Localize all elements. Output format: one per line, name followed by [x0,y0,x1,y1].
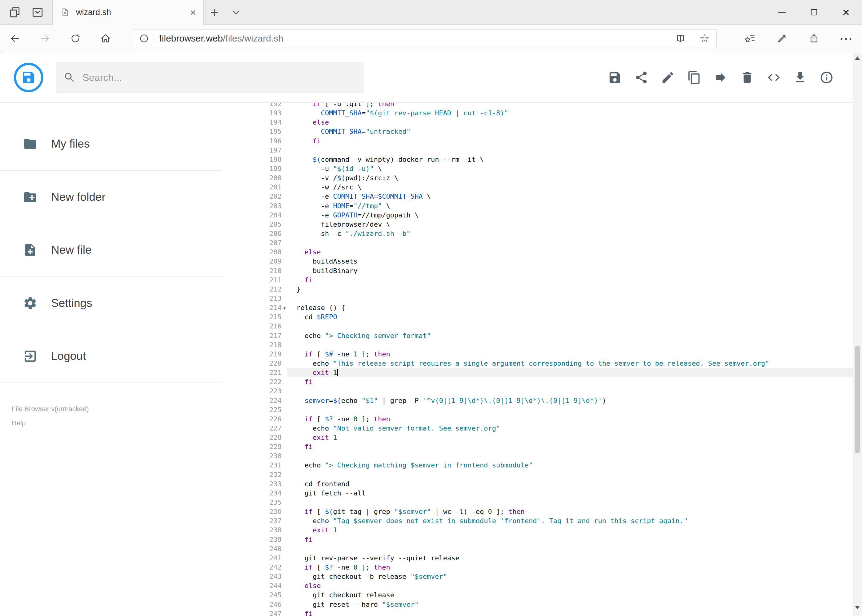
code-line[interactable]: 202 -e COMMIT_SHA=$COMMIT_SHA \ [222,192,853,201]
code-line[interactable]: 199 -u "$(id -u)" \ [222,164,853,173]
code-line[interactable]: 218 [222,341,853,350]
code-line[interactable]: 220 echo "This release script requires a… [222,359,853,368]
code-line[interactable]: 214▾release () { [222,303,853,313]
code-line[interactable]: 213 [222,294,853,303]
search-input[interactable] [82,72,356,83]
code-editor[interactable]: 192 if [ -d .git ]; then193 COMMIT_SHA="… [222,103,853,616]
code-line[interactable]: 229 fi [222,442,853,451]
tab-preview-icon[interactable] [31,6,44,19]
fold-marker-icon[interactable]: ▾ [283,303,286,313]
code-line[interactable]: 226 if [ $? -ne 0 ]; then [222,415,853,424]
code-line[interactable]: 243 git checkout -b release "$semver" [222,572,853,581]
ink-notes-button[interactable] [766,25,798,52]
share-page-button[interactable] [798,25,830,52]
code-line[interactable]: 233 cd frontend [222,479,853,489]
code-line[interactable]: 222 fi [222,377,853,387]
code-line[interactable]: 224 semver=$(echo "$1" | grep -P '^v(0|[… [222,396,853,405]
sidebar-item-settings[interactable]: Settings [0,277,222,330]
maximize-button[interactable] [798,0,830,24]
share-button[interactable] [634,71,648,85]
home-button[interactable] [90,25,121,52]
code-line[interactable]: 240 [222,544,853,553]
code-line[interactable]: 234 git fetch --all [222,489,853,498]
code-button[interactable] [767,71,781,85]
move-button[interactable] [714,71,728,85]
code-line[interactable]: 231 echo "> Checking matching $semver in… [222,461,853,470]
code-line[interactable]: 210 buildBinary [222,266,853,275]
code-line[interactable]: 217 echo "> Checking semver format" [222,331,853,341]
scroll-thumb[interactable] [855,346,860,453]
code-line[interactable]: 192 if [ -d .git ]; then [222,103,853,108]
code-line[interactable]: 197 [222,146,853,155]
sidebar-item-new-file[interactable]: New file [0,223,222,277]
search-box[interactable] [56,62,364,93]
code-line[interactable]: 212} [222,285,853,294]
scroll-down-arrow[interactable] [855,606,860,609]
save-button[interactable] [608,71,622,85]
refresh-button[interactable] [60,25,90,52]
back-button[interactable] [0,25,30,52]
close-window-button[interactable]: × [830,0,862,24]
code-line[interactable]: 201 -w //src \ [222,183,853,192]
code-line[interactable]: 196 fi [222,137,853,146]
hub-favorites-button[interactable] [734,25,766,52]
code-line[interactable]: 241 git rev-parse --verify --quiet relea… [222,553,853,563]
code-line[interactable]: 208 else [222,248,853,257]
code-line[interactable]: 219 if [ $# -ne 1 ]; then [222,350,853,359]
sidebar-item-new-folder[interactable]: New folder [0,171,222,223]
code-line[interactable]: 239 fi [222,535,853,544]
code-line[interactable]: 223 [222,387,853,396]
copy-button[interactable] [687,71,701,85]
tab-list-chevron-icon[interactable] [225,0,247,24]
code-line[interactable]: 209 buildAssets [222,257,853,266]
page-scrollbar[interactable] [853,53,862,616]
sidebar-item-my-files[interactable]: My files [0,118,222,170]
code-line[interactable]: 200 -v /$(pwd):/src:z \ [222,173,853,183]
code-line[interactable]: 245 git checkout release [222,591,853,600]
code-line[interactable]: 203 -e HOME="//tmp" \ [222,201,853,211]
info-button[interactable] [819,71,834,85]
reading-view-icon[interactable] [675,33,686,44]
code-line[interactable]: 235 [222,498,853,507]
delete-button[interactable] [740,71,754,85]
code-line[interactable]: 228 exit 1 [222,433,853,442]
code-line[interactable]: 236 if [ $(git tag | grep "$semver" | wc… [222,507,853,516]
minimize-button[interactable] [766,0,798,24]
code-line[interactable]: 216 [222,322,853,331]
code-line[interactable]: 221 exit 1 [222,368,853,377]
help-link[interactable]: Help [12,419,222,427]
code-line[interactable]: 227 echo "Not valid semver format. See s… [222,424,853,433]
code-line[interactable]: 198 $(command -v winpty) docker run --rm… [222,155,853,164]
code-line[interactable]: 237 echo "Tag $semver does not exist in … [222,516,853,526]
filebrowser-logo[interactable] [13,62,44,93]
code-line[interactable]: 206 sh -c "./wizard.sh -b" [222,229,853,238]
download-button[interactable] [793,71,807,85]
site-info-icon[interactable] [139,33,149,44]
more-options-button[interactable]: ⋯ [830,25,862,52]
code-line[interactable]: 230 [222,451,853,461]
code-line[interactable]: 215 cd $REPO [222,313,853,322]
tabs-aside-icon[interactable] [8,6,22,19]
code-line[interactable]: 247 fi [222,609,853,616]
address-bar[interactable]: filebrowser.web/files/wizard.sh ☆ [133,30,717,47]
forward-button[interactable] [30,25,60,52]
code-line[interactable]: 242 if [ $? -ne 0 ]; then [222,563,853,572]
code-line[interactable]: 225 [222,405,853,415]
scroll-up-arrow[interactable] [855,56,860,60]
new-tab-button[interactable]: + [204,0,225,24]
sidebar-item-logout[interactable]: Logout [0,330,222,383]
code-line[interactable]: 211 fi [222,275,853,285]
tab-close-icon[interactable]: × [190,7,196,17]
code-line[interactable]: 232 [222,470,853,479]
code-line[interactable]: 205 filebrowser/dev \ [222,220,853,229]
code-line[interactable]: 244 else [222,581,853,591]
browser-tab[interactable]: wizard.sh × [52,0,204,25]
rename-button[interactable] [661,71,675,85]
code-line[interactable]: 207 [222,238,853,248]
code-line[interactable]: 194 else [222,118,853,127]
code-line[interactable]: 195 COMMIT_SHA="untracked" [222,127,853,136]
code-line[interactable]: 238 exit 1 [222,526,853,535]
code-line[interactable]: 204 -e GOPATH=//tmp/gopath \ [222,211,853,220]
code-line[interactable]: 246 git reset --hard "$semver" [222,600,853,609]
favorite-star-icon[interactable]: ☆ [699,33,710,44]
